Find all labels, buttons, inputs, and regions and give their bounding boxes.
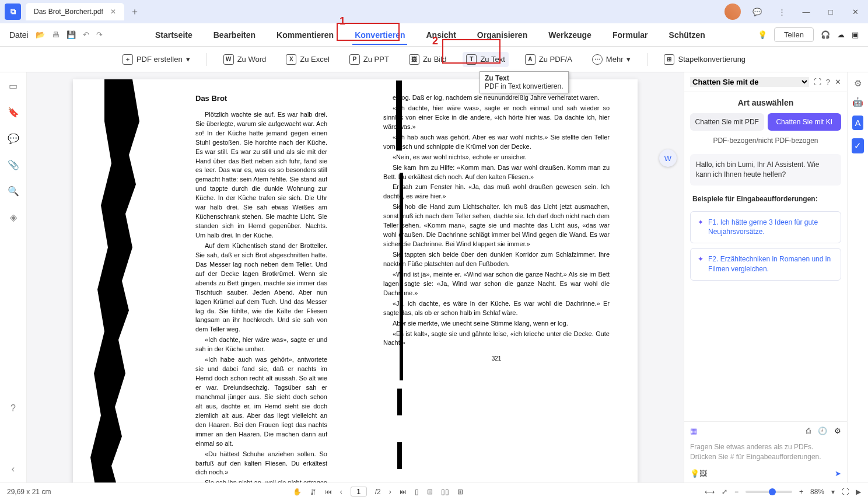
search-icon[interactable]: 🔍 <box>8 186 19 197</box>
share-button[interactable]: Teilen <box>774 27 814 42</box>
two-continuous-icon[interactable]: ⊞ <box>457 488 463 496</box>
to-image-button[interactable]: 🖼Zu Bild <box>405 52 450 67</box>
image-icon[interactable]: 🖼 <box>699 469 707 478</box>
tooltip: Zu Text PDF in Text konvertieren. <box>480 71 569 93</box>
first-page-icon[interactable]: ⏮ <box>325 488 332 496</box>
minimize-icon[interactable]: — <box>798 4 814 20</box>
zoom-slider[interactable] <box>746 491 792 493</box>
create-pdf-button[interactable]: ＋PDF erstellen▾ <box>119 52 194 67</box>
float-word-icon[interactable]: W <box>659 149 677 167</box>
ink-artifact <box>396 81 402 151</box>
maximize-icon[interactable]: □ <box>822 4 839 20</box>
file-menu[interactable]: Datei <box>9 30 29 40</box>
to-text-button[interactable]: TZu Text <box>463 52 508 67</box>
document-tab[interactable]: Das Brot_Borchert.pdf ✕ <box>26 3 124 20</box>
hand-tool-icon[interactable]: ✋ <box>293 488 302 496</box>
more-icon: ⋯ <box>592 54 603 65</box>
word-icon: W <box>223 54 234 65</box>
tab-bearbeiten[interactable]: Bearbeiten <box>211 26 258 44</box>
chat-mode-select[interactable]: Chatten Sie mit de <box>690 77 809 87</box>
zoom-out-icon[interactable]: − <box>734 488 738 496</box>
comment-icon[interactable]: 💬 <box>749 4 765 20</box>
sparkle-icon: ✦ <box>698 218 704 237</box>
tab-ansicht[interactable]: Ansicht <box>424 26 458 44</box>
single-page-icon[interactable]: ▯ <box>415 488 419 496</box>
settings-icon[interactable]: ⚙ <box>834 426 841 435</box>
attachments-icon[interactable]: 📎 <box>8 159 19 170</box>
fit-width-icon[interactable]: ⟷ <box>705 488 715 496</box>
doc-icon[interactable]: ▦ <box>690 426 697 435</box>
page-input[interactable] <box>351 487 367 496</box>
to-pdfa-button[interactable]: AZu PDF/A <box>522 52 576 67</box>
fit-page-icon[interactable]: ⤢ <box>722 488 727 496</box>
example-prompt-1[interactable]: ✦F1. Ich hätte gerne 3 Ideen für gute Ne… <box>690 211 841 244</box>
tab-title: Das Brot_Borchert.pdf <box>34 8 103 16</box>
select-tool-icon[interactable]: ⭿ <box>310 488 317 496</box>
last-page-icon[interactable]: ⏭ <box>400 488 407 496</box>
print-icon[interactable]: 🖶 <box>52 30 60 39</box>
layers-icon[interactable]: ◈ <box>10 212 17 223</box>
history-icon[interactable]: 🕘 <box>818 426 827 435</box>
zoom-value: 88% <box>810 488 824 496</box>
fullscreen-icon[interactable]: ⛶ <box>842 488 849 496</box>
a-icon[interactable]: A <box>852 116 863 130</box>
presentation-icon[interactable]: ▶ <box>856 488 861 496</box>
continuous-icon[interactable]: ⊟ <box>427 488 433 496</box>
undo-icon[interactable]: ↶ <box>83 30 89 39</box>
tab-werkzeuge[interactable]: Werkzeuge <box>546 26 594 44</box>
to-ppt-button[interactable]: PZu PPT <box>346 52 393 67</box>
examples-label: Beispiele für Eingabeaufforderungen: <box>684 189 847 209</box>
check-icon[interactable]: ✓ <box>852 138 864 153</box>
close-panel-icon[interactable]: ✕ <box>835 78 841 86</box>
collapse-icon[interactable]: ‹ <box>12 464 15 474</box>
comments-icon[interactable]: 💬 <box>8 133 19 144</box>
tab-startseite[interactable]: Startseite <box>153 26 195 44</box>
kebab-icon[interactable]: ⋮ <box>774 4 790 20</box>
to-excel-button[interactable]: XZu Excel <box>282 52 333 67</box>
to-word-button[interactable]: WZu Word <box>220 52 270 67</box>
document-view[interactable]: Das Brot Plötzlich wachte sie auf. Es wa… <box>27 72 684 482</box>
tab-formular[interactable]: Formular <box>610 26 650 44</box>
chat-input[interactable]: Fragen Sie etwas anderes als zu PDFs. Dr… <box>690 440 841 464</box>
bookmarks-icon[interactable]: 🔖 <box>8 107 19 118</box>
plus-doc-icon: ＋ <box>123 54 133 65</box>
tab-konvertieren[interactable]: Konvertieren <box>352 26 407 44</box>
zoom-in-icon[interactable]: + <box>799 488 803 496</box>
statusbar: 29,69 x 21 cm ✋ ⭿ ⏮ ‹ /2 › ⏭ ▯ ⊟ ▯▯ ⊞ ⟷ … <box>0 482 868 500</box>
help-icon[interactable]: ? <box>826 78 830 86</box>
headset-icon[interactable]: 🎧 <box>821 30 830 39</box>
chapter-title: Das Brot <box>195 93 327 104</box>
tab-close-icon[interactable]: ✕ <box>110 8 116 16</box>
expand-icon[interactable]: ⛶ <box>814 78 821 86</box>
chat-ki-tab[interactable]: Chatten Sie mit KI <box>768 113 842 131</box>
close-icon[interactable]: ✕ <box>847 4 863 20</box>
chat-bot-icon[interactable]: 🤖 <box>852 97 863 107</box>
send-icon[interactable]: ➤ <box>835 469 841 478</box>
chat-pdf-tab[interactable]: Chatten Sie mit PDF <box>690 113 764 131</box>
next-page-icon[interactable]: › <box>389 488 391 496</box>
open-icon[interactable]: 📂 <box>36 30 45 39</box>
tab-add-icon[interactable]: ＋ <box>130 6 139 18</box>
bulb-icon[interactable]: 💡 <box>690 469 699 478</box>
two-page-icon[interactable]: ▯▯ <box>441 488 449 496</box>
prev-page-icon[interactable]: ‹ <box>340 488 342 496</box>
tab-kommentieren[interactable]: Kommentieren <box>274 26 336 44</box>
lamp-icon[interactable]: 💡 <box>758 30 767 39</box>
example-prompt-2[interactable]: ✦F2. Erzähltechniken in Romanen und in F… <box>690 248 841 281</box>
thumbnails-icon[interactable]: ▭ <box>9 81 18 92</box>
batch-convert-button[interactable]: ⊞Stapelkonvertierung <box>660 52 749 67</box>
redo-icon[interactable]: ↷ <box>96 30 103 39</box>
sliders-icon[interactable]: ⚙ <box>854 78 862 89</box>
annotation-2: 2 <box>432 35 438 47</box>
floating-actions: W <box>659 149 677 167</box>
screenshot-icon[interactable]: ⎙ <box>806 426 811 435</box>
more-button[interactable]: ⋯Mehr▾ <box>589 52 635 67</box>
panel-icon[interactable]: ▣ <box>852 30 859 39</box>
chevron-down-icon[interactable]: ▾ <box>831 488 835 496</box>
save-icon[interactable]: 💾 <box>66 30 76 39</box>
cloud-icon[interactable]: ☁ <box>837 30 845 39</box>
avatar[interactable] <box>724 4 741 20</box>
tab-organisieren[interactable]: Organisieren <box>475 26 530 44</box>
tab-schuetzen[interactable]: Schützen <box>667 26 708 44</box>
help-icon[interactable]: ? <box>10 403 16 414</box>
